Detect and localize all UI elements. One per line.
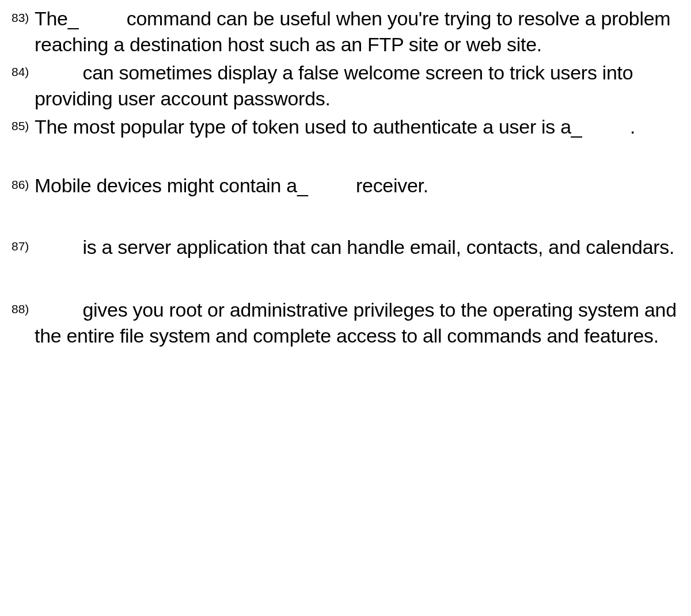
question-number: 86) [12,173,35,191]
question-number: 87) [12,234,35,252]
question-text: can sometimes display a false welcome sc… [35,60,679,112]
question-number: 88) [12,297,35,315]
question-text: The most popular type of token used to a… [35,114,635,140]
question-88: 88) gives you root or administrative pri… [12,297,679,349]
question-84: 84) can sometimes display a false welcom… [12,60,679,112]
question-text: gives you root or administrative privile… [35,297,679,349]
question-text: is a server application that can handle … [35,234,674,260]
question-number: 85) [12,114,35,132]
question-number: 84) [12,60,35,78]
question-number: 83) [12,6,35,24]
question-85: 85) The most popular type of token used … [12,114,679,140]
question-text: Mobile devices might contain a_ receiver… [35,173,428,199]
question-83: 83) The_ command can be useful when you'… [12,6,679,58]
question-87: 87) is a server application that can han… [12,234,679,260]
question-86: 86) Mobile devices might contain a_ rece… [12,173,679,199]
question-text: The_ command can be useful when you're t… [35,6,679,58]
